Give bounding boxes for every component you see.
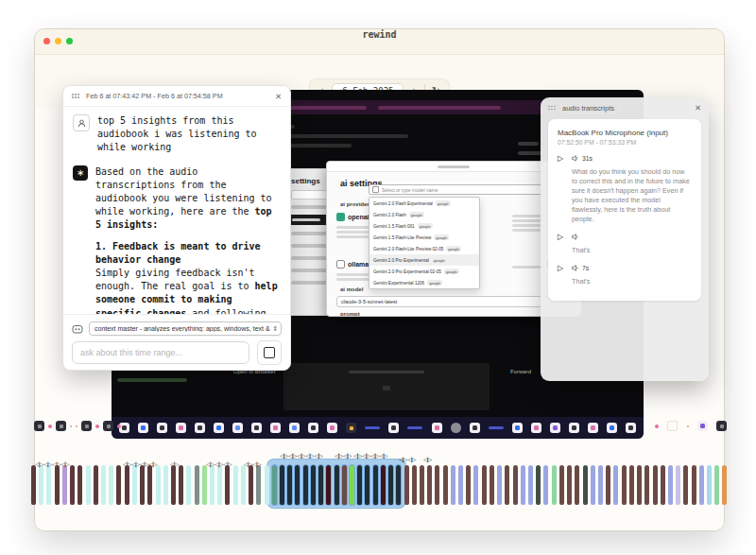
checkbox-icon [372, 186, 379, 193]
app-icon [667, 421, 678, 431]
model-search-field: Select or type model name [369, 184, 569, 195]
play-button[interactable]: ▷ [558, 264, 566, 272]
drag-handle-icon[interactable] [548, 106, 557, 111]
timeline-bar [451, 465, 455, 505]
timeline-bar [497, 465, 502, 505]
timeline-bar [714, 465, 719, 505]
timeline-bar [140, 465, 145, 505]
app-icon [76, 425, 77, 427]
timeline-bar [521, 465, 525, 505]
timeline-bar [217, 465, 222, 505]
ask-input[interactable] [72, 341, 249, 364]
app-icon-row [119, 423, 636, 433]
audio-activity-glyphs: ◁|▷ ◁|▷ [399, 456, 415, 462]
entry-text: What do you think you should do now to c… [572, 167, 692, 224]
play-button[interactable]: ▷ [558, 154, 566, 163]
timeline-bar [722, 465, 727, 505]
timeline-bar [552, 465, 557, 505]
entry-meta: 7s [572, 265, 589, 271]
stop-button[interactable] [257, 340, 282, 365]
openai-icon [336, 213, 345, 221]
app-icon [346, 423, 356, 433]
timeline-bar [644, 465, 649, 505]
timeline-bar [365, 465, 369, 505]
app-icon-row-right [655, 421, 727, 431]
timeline-bar [692, 465, 696, 505]
timeline-bar [458, 465, 463, 505]
speaker-icon [572, 234, 579, 240]
user-message-text: top 5 insights from this audiobook i was… [97, 114, 281, 155]
app-icon [626, 423, 636, 433]
timeline-bar [249, 465, 253, 505]
context-icon [72, 324, 83, 334]
timeline-bar [132, 465, 137, 505]
app-icon [470, 423, 480, 433]
app-icon [232, 423, 243, 433]
speaker-icon [572, 265, 579, 271]
app-icon-row-left [34, 421, 121, 431]
app-icon [365, 426, 380, 429]
context-select[interactable]: context master - analyzes everything: ap… [89, 321, 282, 336]
close-icon[interactable]: ✕ [695, 103, 701, 113]
app-icon [607, 423, 617, 433]
close-icon[interactable]: ✕ [275, 92, 282, 101]
timeline-bar [46, 465, 51, 505]
timeline-bar [420, 465, 424, 505]
timeline-bar [598, 465, 603, 505]
transcript-entries: ▷ 31s What do you think you should do no… [558, 154, 692, 286]
timeline-bar [559, 465, 564, 505]
timeline-bar [335, 465, 339, 505]
provider-ollama: ollama [336, 260, 369, 269]
timeline-bar [513, 465, 518, 505]
app-icon [432, 423, 442, 433]
ai-provider-label: ai provider [340, 201, 369, 207]
timeline-bar [528, 465, 533, 505]
timeline-bar [287, 465, 292, 505]
model-row: Gemini 2.0 Flash Experimentalgoogle [369, 198, 479, 209]
provider-openai: openai [336, 213, 369, 221]
user-message-row: top 5 insights from this audiobook i was… [73, 114, 281, 155]
timeline-bar [676, 465, 680, 505]
timeline-bar [311, 465, 316, 505]
timeline-bar [171, 465, 176, 505]
entry-meta [572, 234, 582, 240]
model-row: Gemini 1.5 Flash 001google [369, 220, 479, 232]
timeline-bar [280, 465, 284, 505]
timeline-bar [39, 465, 43, 505]
drag-handle-icon[interactable] [72, 94, 80, 98]
entry-duration: 7s [582, 265, 589, 271]
timeline-bar [637, 465, 642, 505]
app-icon [176, 423, 186, 433]
timeline-bar [381, 465, 386, 505]
chat-footer: context master - analyzes everything: ap… [63, 314, 290, 370]
app-icon [569, 423, 579, 433]
timeline-bar [241, 465, 246, 505]
play-button[interactable]: ▷ [558, 233, 566, 241]
timeline-bar [233, 465, 238, 505]
timeline-bar [147, 465, 152, 505]
chat-time-range: Feb 6 at 07:43:42 PM - Feb 6 at 07:54:58… [86, 92, 269, 100]
timeline-bar [435, 465, 439, 505]
model-row: Gemini 1.5 Flash-Lite Previewgoogle [369, 232, 479, 243]
title-bar: rewind [35, 29, 724, 55]
timeline-bar [70, 465, 75, 505]
model-row: Gemini Experimental 1206google [369, 277, 479, 288]
app-icon [56, 421, 66, 431]
timeline-bar [505, 465, 509, 505]
timeline-bar [629, 465, 634, 505]
timeline-bar [443, 465, 448, 505]
timeline-bar [661, 465, 665, 505]
app-icon [289, 423, 300, 433]
timeline-bar [326, 465, 331, 505]
timeline-bar [55, 465, 60, 505]
timeline-bar [303, 465, 308, 505]
app-icon [451, 423, 461, 433]
timeline-app-band[interactable] [112, 417, 644, 439]
app-icon [697, 421, 708, 431]
app-icon [157, 423, 167, 433]
app-icon [81, 421, 92, 431]
timeline-bar [357, 465, 362, 505]
timeline-activity-bars[interactable] [31, 465, 728, 505]
app-icon [270, 423, 281, 433]
app-icon [195, 423, 205, 433]
